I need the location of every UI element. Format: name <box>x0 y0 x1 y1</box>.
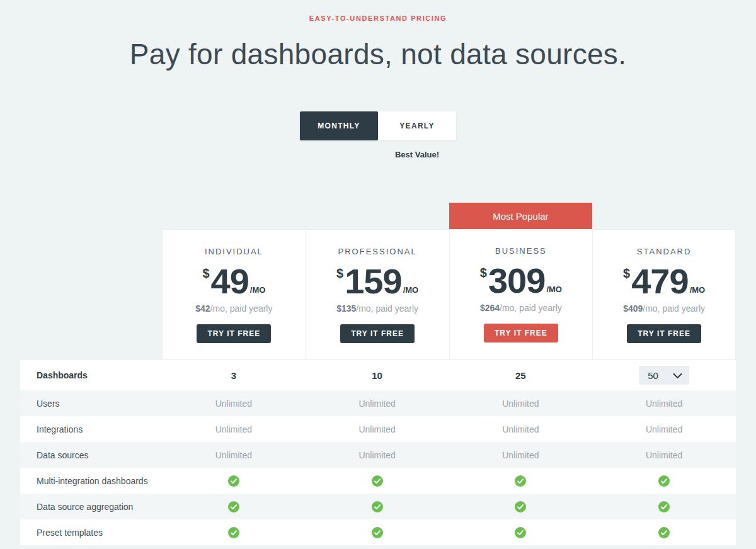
yearly-price-note: $135/mo, paid yearly <box>336 303 418 314</box>
feature-value: 50 <box>592 366 736 385</box>
feature-value <box>449 475 593 487</box>
feature-value: Unlimited <box>306 399 449 409</box>
price-period: /MO <box>403 285 419 295</box>
price-amount: 479 <box>631 264 688 299</box>
currency-symbol: $ <box>202 266 209 281</box>
feature-label: Dashboards <box>20 370 162 380</box>
check-icon <box>228 475 239 487</box>
billing-toggle-group: MONTHLY YEARLY <box>300 111 456 140</box>
plan-price: $49/MO <box>202 264 265 299</box>
feature-value: Unlimited <box>306 424 449 434</box>
chevron-down-icon <box>673 370 682 381</box>
yearly-suffix: /mo, paid yearly <box>500 303 562 313</box>
check-icon <box>372 527 383 538</box>
yearly-amount: $42 <box>195 303 210 314</box>
yearly-price-note: $42/mo, paid yearly <box>195 303 272 314</box>
plan-price: $309/MO <box>480 263 562 298</box>
yearly-price-note: $264/mo, paid yearly <box>480 303 562 313</box>
feature-value <box>449 501 593 512</box>
feature-value <box>162 475 306 487</box>
feature-value: 3 <box>162 370 306 381</box>
table-row: IntegrationsUnlimitedUnlimitedUnlimitedU… <box>20 416 736 442</box>
table-row: Multi-integration dashboards <box>20 468 736 494</box>
currency-symbol: $ <box>623 266 630 281</box>
price-period: /MO <box>546 285 562 294</box>
feature-value: Unlimited <box>592 424 736 434</box>
feature-label: Data sources <box>20 450 162 460</box>
dashboards-count-dropdown[interactable]: 50 <box>639 366 689 385</box>
feature-value: Unlimited <box>449 424 593 434</box>
price-amount: 49 <box>211 264 249 299</box>
check-icon <box>228 501 239 512</box>
check-icon <box>515 475 526 487</box>
feature-value <box>162 501 306 512</box>
feature-value: Unlimited <box>162 450 306 460</box>
page-title: Pay for dashboards, not data sources. <box>0 37 756 71</box>
plan-cards-row: INDIVIDUAL$49/MO$42/mo, paid yearlyTRY I… <box>20 229 736 360</box>
banner-row: Most Popular <box>20 203 736 229</box>
pricing-section: Most Popular INDIVIDUAL$49/MO$42/mo, pai… <box>20 203 736 545</box>
try-it-free-button-individual[interactable]: TRY IT FREE <box>197 324 271 343</box>
feature-label: Users <box>20 399 162 409</box>
currency-symbol: $ <box>336 266 343 281</box>
table-row: Preset templates <box>20 519 736 545</box>
plan-card-business: BUSINESS$309/MO$264/mo, paid yearlyTRY I… <box>449 229 593 360</box>
feature-label: Multi-integration dashboards <box>20 476 162 486</box>
yearly-amount: $264 <box>480 303 500 313</box>
feature-value: Unlimited <box>306 450 449 460</box>
feature-value <box>306 501 449 512</box>
feature-value: Unlimited <box>592 399 736 409</box>
plan-card-individual: INDIVIDUAL$49/MO$42/mo, paid yearlyTRY I… <box>162 229 306 360</box>
feature-value: Unlimited <box>592 450 736 460</box>
table-row: Data sourcesUnlimitedUnlimitedUnlimitedU… <box>20 442 736 468</box>
check-icon <box>372 475 383 487</box>
plan-name: PROFESSIONAL <box>338 247 417 256</box>
feature-value <box>306 475 449 487</box>
feature-value: Unlimited <box>162 424 306 434</box>
feature-value <box>306 527 449 538</box>
yearly-amount: $135 <box>336 303 356 314</box>
yearly-amount: $409 <box>623 303 643 314</box>
feature-label: Data source aggregation <box>20 502 162 512</box>
yearly-toggle-button[interactable]: YEARLY <box>378 111 456 140</box>
feature-value: Unlimited <box>449 399 593 409</box>
feature-label: Preset templates <box>20 528 162 538</box>
check-icon <box>658 501 670 512</box>
currency-symbol: $ <box>480 266 487 280</box>
feature-value: 10 <box>306 370 449 381</box>
feature-value: Unlimited <box>449 450 593 460</box>
price-amount: 159 <box>345 264 401 299</box>
check-icon <box>658 527 670 538</box>
feature-value <box>592 527 736 538</box>
billing-toggle: MONTHLY YEARLY Best Value! <box>300 111 456 159</box>
yearly-price-note: $409/mo, paid yearly <box>623 303 705 314</box>
table-row: Dashboards3102550 <box>20 360 736 390</box>
table-row: UsersUnlimitedUnlimitedUnlimitedUnlimite… <box>20 390 736 416</box>
price-period: /MO <box>690 285 706 295</box>
plan-card-standard: STANDARD$479/MO$409/mo, paid yearlyTRY I… <box>592 229 736 360</box>
feature-value: 25 <box>449 370 593 381</box>
feature-value <box>162 527 306 538</box>
feature-value <box>592 501 736 512</box>
most-popular-banner: Most Popular <box>449 203 593 229</box>
plan-card-professional: PROFESSIONAL$159/MO$135/mo, paid yearlyT… <box>306 229 449 360</box>
yearly-suffix: /mo, paid yearly <box>210 303 273 314</box>
check-icon <box>228 527 239 538</box>
try-it-free-button-standard[interactable]: TRY IT FREE <box>627 324 701 343</box>
check-icon <box>372 501 383 512</box>
check-icon <box>515 527 526 538</box>
try-it-free-button-professional[interactable]: TRY IT FREE <box>340 324 415 343</box>
try-it-free-button-business[interactable]: TRY IT FREE <box>484 324 558 342</box>
feature-value <box>449 527 593 538</box>
feature-value: Unlimited <box>162 399 306 409</box>
check-icon <box>658 475 670 487</box>
feature-comparison-table: Dashboards3102550UsersUnlimitedUnlimited… <box>20 360 736 545</box>
monthly-toggle-button[interactable]: MONTHLY <box>300 111 378 140</box>
spacer <box>20 229 162 360</box>
table-row: Data source aggregation <box>20 494 736 519</box>
feature-value <box>592 475 736 487</box>
plan-name: BUSINESS <box>495 246 547 256</box>
plan-price: $159/MO <box>336 264 418 299</box>
feature-label: Integrations <box>20 424 162 434</box>
yearly-suffix: /mo, paid yearly <box>643 303 705 314</box>
